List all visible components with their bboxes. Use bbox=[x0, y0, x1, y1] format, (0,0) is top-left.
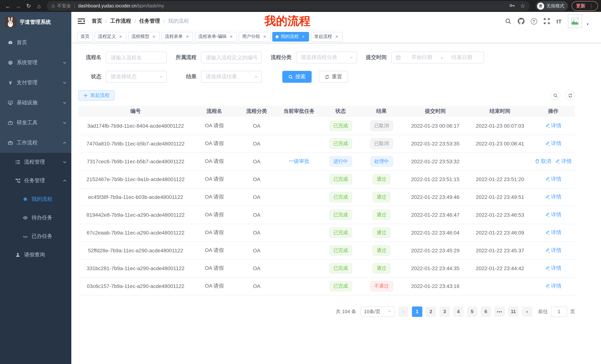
sidebar-item-系统管理[interactable]: 系统管理 bbox=[0, 53, 71, 73]
process-name-input[interactable] bbox=[106, 52, 167, 63]
cell-status: 已完成 bbox=[321, 206, 361, 224]
close-icon[interactable]: × bbox=[118, 34, 123, 39]
search-button[interactable]: 搜索 bbox=[282, 71, 312, 83]
cell-current-task bbox=[278, 188, 321, 206]
app-logo-row[interactable]: 芋道管理系统 bbox=[0, 12, 71, 33]
refresh-button[interactable] bbox=[565, 91, 575, 100]
sidebar-item-我的流程[interactable]: 我的流程 bbox=[0, 190, 71, 209]
sidebar-item-请假查询[interactable]: 请假查询 bbox=[0, 246, 71, 264]
github-icon[interactable] bbox=[518, 18, 524, 25]
suitcase-icon bbox=[7, 140, 13, 146]
page-button-2[interactable]: 2 bbox=[426, 306, 436, 317]
detail-button[interactable]: 详情 bbox=[555, 158, 572, 165]
page-button-5[interactable]: 5 bbox=[467, 306, 477, 317]
column-header-状态: 状态 bbox=[321, 106, 361, 117]
tab-我的流程[interactable]: 我的流程× bbox=[272, 32, 309, 41]
help-icon[interactable]: ? bbox=[531, 18, 537, 24]
detail-button[interactable]: 详情 bbox=[545, 229, 561, 236]
detail-button[interactable]: 详情 bbox=[545, 247, 561, 254]
bookmark-star-icon[interactable]: ☆ bbox=[520, 3, 525, 9]
breadcrumb-item-工作流程[interactable]: 工作流程 bbox=[110, 18, 131, 25]
category-select[interactable]: 请选择流程分类 bbox=[296, 52, 357, 63]
sidebar-item-任务管理[interactable]: 任务管理 bbox=[0, 172, 71, 190]
result-badge: 通过 bbox=[372, 245, 391, 256]
cell-end-time: 2022-01-22 23:49:51 bbox=[468, 188, 531, 206]
close-icon[interactable]: × bbox=[334, 34, 339, 39]
detail-button[interactable]: 详情 bbox=[545, 283, 561, 289]
page-size-select[interactable]: 10条/页 bbox=[361, 306, 395, 317]
calendar-icon bbox=[396, 55, 401, 60]
browser-update-button[interactable]: 更新 ⋮ bbox=[572, 1, 598, 11]
cell-id: 331bc281-7b9a-11ec-a290-acde48001122 bbox=[78, 259, 193, 277]
current-task-link[interactable]: 一级审批 bbox=[289, 158, 310, 164]
tab-发起流程[interactable]: 发起流程× bbox=[311, 32, 342, 41]
parent-process-input[interactable] bbox=[201, 52, 262, 63]
tab-label: 流程定义 bbox=[98, 33, 116, 40]
close-icon[interactable]: × bbox=[301, 34, 306, 39]
detail-button[interactable]: 详情 bbox=[545, 176, 561, 182]
cell-status: 已完成 bbox=[321, 188, 361, 206]
sidebar-item-首页[interactable]: 首页 bbox=[0, 33, 71, 53]
sidebar-item-基础设施[interactable]: 基础设施 bbox=[0, 93, 71, 113]
filter-result: 结果 请选择流结果 bbox=[176, 71, 262, 83]
pager-more[interactable]: ••• bbox=[494, 306, 505, 317]
fullscreen-icon[interactable] bbox=[543, 18, 550, 25]
sidebar-item-已办任务[interactable]: 已办任务 bbox=[0, 227, 71, 246]
submit-time-range-picker[interactable]: 开始日期 - 结束日期 bbox=[391, 52, 484, 63]
cell-process-name: OA 请假 bbox=[193, 259, 236, 277]
caret-down-icon[interactable]: ▼ bbox=[586, 23, 589, 28]
prev-page-button[interactable]: ‹ bbox=[398, 306, 409, 317]
table-row: ec45f38f-7b9a-11ec-b03b-acde48001122OA 请… bbox=[78, 188, 575, 206]
detail-button[interactable]: 详情 bbox=[545, 194, 561, 200]
breadcrumb-item-首页[interactable]: 首页 bbox=[92, 18, 102, 25]
create-process-button[interactable]: 发起流程 bbox=[78, 90, 114, 101]
tab-流程定义[interactable]: 流程定义× bbox=[95, 32, 126, 41]
sidebar-item-支付管理[interactable]: ¥支付管理 bbox=[0, 73, 71, 93]
page-button-11[interactable]: 11 bbox=[508, 306, 519, 317]
close-icon[interactable]: × bbox=[262, 34, 267, 39]
show-search-button[interactable] bbox=[551, 91, 560, 100]
tab-流程表单-编辑[interactable]: 流程表单-编辑× bbox=[195, 32, 237, 41]
page-button-1[interactable]: 1 bbox=[412, 306, 422, 317]
result-select[interactable]: 请选择流结果 bbox=[201, 71, 262, 83]
cell-submit-time: 2022-01-22 23:44:35 bbox=[402, 259, 468, 277]
sidebar-item-研发工具[interactable]: 研发工具 bbox=[0, 113, 71, 133]
detail-button[interactable]: 详情 bbox=[545, 140, 561, 147]
back-icon[interactable]: ← bbox=[3, 1, 13, 11]
breadcrumb-item-任务管理[interactable]: 任务管理 bbox=[139, 18, 160, 25]
tab-用户分组[interactable]: 用户分组× bbox=[239, 32, 270, 41]
detail-button[interactable]: 详情 bbox=[545, 122, 561, 129]
address-bar[interactable]: ⚠ 不安全 dashboard.yudao.iocoder.cn /bpm/ta… bbox=[47, 1, 530, 11]
table-toolbar: 发起流程 bbox=[78, 90, 575, 101]
close-icon[interactable]: × bbox=[229, 34, 234, 39]
forward-icon[interactable]: → bbox=[13, 1, 23, 11]
cancel-button[interactable]: 取消 bbox=[535, 158, 551, 165]
close-icon[interactable]: × bbox=[185, 34, 190, 39]
avatar[interactable] bbox=[568, 14, 582, 28]
search-icon[interactable] bbox=[505, 18, 511, 25]
tab-流程模型[interactable]: 流程模型× bbox=[128, 32, 160, 41]
sidebar-toggle-icon[interactable] bbox=[77, 17, 85, 25]
detail-button[interactable]: 详情 bbox=[545, 265, 561, 272]
sidebar-item-待办任务[interactable]: 待办任务 bbox=[0, 209, 71, 227]
sidebar-item-工作流程[interactable]: 工作流程 bbox=[0, 133, 71, 153]
password-key-icon[interactable] bbox=[509, 2, 515, 10]
page-button-4[interactable]: 4 bbox=[453, 306, 464, 317]
page-button-3[interactable]: 3 bbox=[440, 306, 450, 317]
close-icon[interactable]: × bbox=[151, 34, 156, 39]
page-button-6[interactable]: 6 bbox=[481, 306, 491, 317]
cell-category: OA bbox=[236, 277, 278, 295]
reset-button[interactable]: 重置 bbox=[319, 71, 348, 83]
home-icon[interactable]: ⌂ bbox=[34, 1, 44, 11]
sidebar-item-流程管理[interactable]: 流程管理 bbox=[0, 153, 71, 172]
reload-icon[interactable]: ↻ bbox=[24, 1, 33, 11]
browser-menu-icon[interactable]: ⋮ bbox=[589, 3, 594, 9]
goto-page-input[interactable] bbox=[551, 306, 567, 317]
next-page-button[interactable]: › bbox=[522, 306, 532, 317]
tab-首页[interactable]: 首页 bbox=[77, 32, 93, 41]
detail-button[interactable]: 详情 bbox=[545, 211, 561, 218]
tab-流程表单[interactable]: 流程表单× bbox=[161, 32, 193, 41]
font-size-icon[interactable]: tT bbox=[556, 18, 562, 24]
status-select[interactable]: 请选择状态 bbox=[106, 71, 167, 83]
divider bbox=[74, 3, 75, 9]
